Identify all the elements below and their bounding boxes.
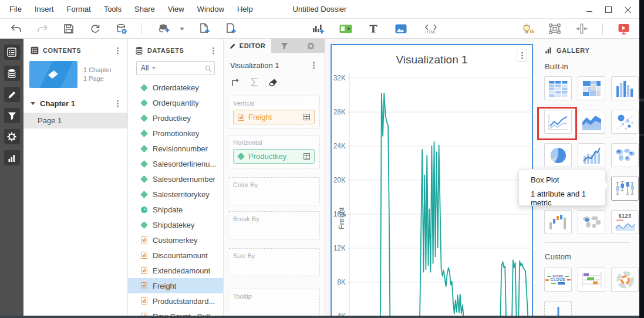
insights-button[interactable]	[521, 22, 534, 36]
dataset-field[interactable]: Discountamount	[128, 248, 223, 263]
tile-sunburst[interactable]	[611, 268, 639, 292]
menu-item[interactable]: Help	[237, 5, 253, 13]
tile-heat-map[interactable]	[578, 76, 605, 100]
tile-geospatial[interactable]	[611, 143, 639, 167]
tile-area-chart[interactable]	[578, 110, 605, 134]
dataset-field[interactable]: Salesordernumber	[128, 171, 223, 187]
redo-button[interactable]	[36, 22, 49, 36]
close-icon[interactable]	[625, 6, 631, 13]
add-html-button[interactable]: HTML	[422, 22, 440, 36]
maximize-icon[interactable]	[605, 6, 612, 13]
tile-pie-chart[interactable]	[544, 143, 572, 167]
menu-item[interactable]: Window	[197, 5, 224, 13]
dataset-field[interactable]: Revisionnumber	[128, 141, 223, 156]
drop-zone-break-by[interactable]: Break By	[228, 211, 320, 239]
dataset-field[interactable]: Customerkey	[128, 232, 223, 248]
swap-axes-button[interactable]	[230, 77, 241, 87]
search-icon[interactable]	[205, 66, 210, 70]
gallery-rail-button[interactable]	[4, 150, 20, 165]
add-data-dropdown-chevron[interactable]	[180, 28, 184, 31]
field-type-icon	[140, 114, 148, 122]
tile-gantt[interactable]	[578, 268, 605, 292]
drop-zone-horizontal[interactable]: Horizontal Productkey	[228, 135, 320, 168]
add-text-button[interactable]	[367, 22, 380, 36]
dataset-field[interactable]: Salesterritorykey	[128, 187, 223, 202]
dataset-field[interactable]: Productstandard...	[128, 293, 223, 309]
dataset-status-icon[interactable]	[115, 22, 128, 36]
menu-item[interactable]: File	[9, 5, 22, 13]
tile-bubble-chart[interactable]	[611, 110, 639, 134]
contents-rail-button[interactable]	[4, 45, 20, 60]
dataset-field[interactable]: Shipdatekey	[128, 217, 223, 232]
contents-menu-button[interactable]	[113, 46, 122, 55]
dataset-field[interactable]: Promotionkey	[128, 126, 223, 141]
tile-waterfall[interactable]	[544, 210, 572, 234]
add-visualization-button[interactable]	[312, 22, 325, 36]
zone-label: Horizontal	[233, 139, 315, 146]
chart-title: Visualization 1	[332, 53, 532, 66]
visualization-container[interactable]: Visualization 1 Freight 32K28K24K20K16K1…	[331, 44, 533, 316]
dataset-field[interactable]: Salesorderlinenu...	[128, 156, 223, 171]
dataset-field[interactable]: Extendedamount	[128, 263, 223, 278]
dataset-search-bar[interactable]: All	[136, 61, 215, 75]
undo-button[interactable]	[9, 22, 22, 36]
datasets-rail-button[interactable]	[4, 66, 20, 81]
tile-box-plot[interactable]	[611, 177, 639, 201]
vertical-pill-freight[interactable]: Freight	[233, 110, 315, 124]
menu-item[interactable]: Insert	[35, 5, 54, 13]
add-selector-button[interactable]	[339, 22, 352, 36]
menu-item[interactable]: Format	[66, 5, 90, 13]
tab-format[interactable]	[298, 39, 324, 53]
sigma-button[interactable]	[249, 77, 259, 87]
save-button[interactable]	[62, 22, 75, 36]
tile-kpi[interactable]: $123	[611, 210, 639, 234]
chapter-menu-button[interactable]	[113, 100, 122, 108]
tile-word-cloud[interactable]: WORD CLOUD	[544, 268, 572, 292]
field-label: Orderdatekey	[153, 83, 199, 92]
add-page-button[interactable]	[224, 22, 237, 36]
tab-filter[interactable]	[271, 39, 298, 53]
format-rail-button[interactable]	[4, 129, 20, 144]
collapse-panels-button[interactable]	[575, 22, 588, 36]
dossier-thumbnail[interactable]	[29, 61, 77, 88]
layout-button[interactable]	[548, 22, 561, 36]
tile-line-chart[interactable]	[544, 110, 572, 134]
menu-item[interactable]: View	[168, 5, 184, 13]
dataset-field[interactable]: Orderdatekey	[128, 80, 223, 95]
tile-combo-chart[interactable]	[578, 143, 605, 167]
visualization-menu-button[interactable]	[309, 62, 318, 70]
tab-editor[interactable]: EDITOR	[224, 39, 271, 53]
tile-map[interactable]	[578, 210, 605, 234]
canvas: Visualization 1 Freight 32K28K24K20K16K1…	[325, 39, 535, 316]
dataset-field[interactable]: Freight	[128, 278, 223, 293]
grid-options-icon[interactable]	[304, 114, 310, 120]
chevron-down-icon[interactable]	[152, 67, 156, 69]
horizontal-pill-productkey[interactable]: Productkey	[233, 149, 315, 164]
present-button[interactable]	[617, 22, 630, 36]
editor-rail-button[interactable]	[4, 87, 20, 102]
drop-zone-size-by[interactable]: Size By	[228, 248, 320, 276]
minimize-icon[interactable]	[586, 7, 592, 12]
dataset-field[interactable]: Productkey	[128, 110, 223, 126]
menu-item[interactable]: Share	[134, 5, 155, 13]
dataset-field[interactable]: Shipdate	[128, 202, 223, 217]
grid-options-icon[interactable]	[304, 153, 310, 160]
tile-grid[interactable]	[544, 76, 572, 100]
eraser-button[interactable]	[268, 77, 278, 87]
drop-zone-vertical[interactable]: Vertical Freight	[228, 96, 320, 129]
dataset-filter-dropdown[interactable]: All	[141, 64, 149, 72]
dataset-field[interactable]: Orderquantity	[128, 95, 223, 110]
page-item[interactable]: Page 1	[23, 113, 127, 128]
refresh-button[interactable]	[89, 22, 102, 36]
add-data-button[interactable]	[156, 22, 173, 36]
drop-zone-color-by[interactable]: Color By	[228, 177, 320, 205]
menu-item[interactable]: Tools	[104, 5, 122, 13]
add-image-button[interactable]	[395, 22, 407, 36]
filter-rail-button[interactable]	[4, 108, 20, 123]
datasets-menu-button[interactable]	[209, 46, 217, 55]
collapse-chevron-icon[interactable]	[31, 102, 35, 105]
tile-bar-chart[interactable]	[611, 76, 639, 100]
drop-zone-tooltip[interactable]: Tooltip	[228, 289, 320, 317]
duplicate-page-button[interactable]	[198, 22, 211, 36]
chapter-row[interactable]: Chapter 1	[23, 94, 127, 113]
